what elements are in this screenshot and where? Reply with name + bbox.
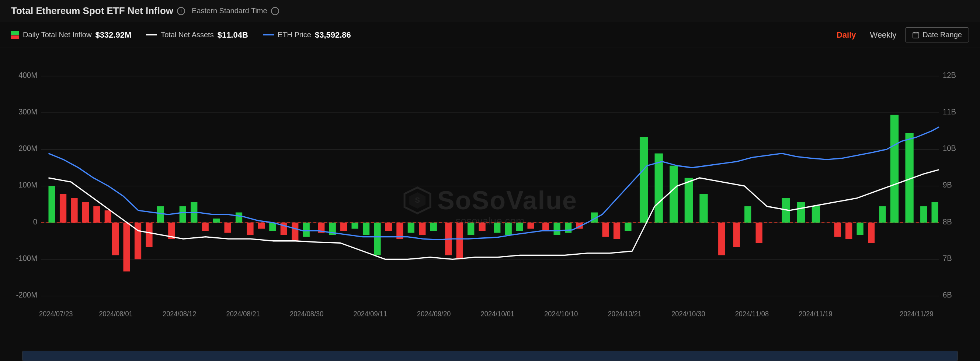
svg-rect-48 bbox=[105, 211, 111, 223]
svg-rect-101 bbox=[745, 206, 751, 223]
svg-rect-102 bbox=[756, 223, 762, 243]
chart-legend: Daily Total Net Inflow $332.92M Total Ne… bbox=[11, 30, 351, 40]
svg-rect-106 bbox=[890, 115, 899, 223]
svg-rect-86 bbox=[542, 223, 549, 231]
svg-rect-111 bbox=[868, 223, 875, 243]
svg-rect-88 bbox=[565, 223, 571, 233]
svg-rect-81 bbox=[479, 223, 485, 231]
svg-text:2024/10/30: 2024/10/30 bbox=[671, 310, 705, 318]
eth-price-label: ETH Price bbox=[278, 30, 311, 39]
svg-rect-91 bbox=[602, 223, 609, 237]
svg-text:2024/10/10: 2024/10/10 bbox=[544, 310, 578, 318]
controls-row: Daily Total Net Inflow $332.92M Total Ne… bbox=[0, 22, 980, 48]
svg-rect-44 bbox=[60, 194, 66, 223]
daily-inflow-label: Daily Total Net Inflow bbox=[23, 30, 91, 39]
svg-text:2024/09/20: 2024/09/20 bbox=[417, 310, 450, 318]
header-bar: Total Ethereum Spot ETF Net Inflow i Eas… bbox=[0, 0, 980, 22]
chart-scrollbar[interactable] bbox=[22, 351, 958, 361]
time-controls: Daily Weekly Date Range bbox=[831, 27, 969, 42]
daily-button[interactable]: Daily bbox=[831, 28, 861, 42]
svg-rect-113 bbox=[920, 206, 927, 223]
svg-rect-45 bbox=[71, 198, 78, 223]
svg-rect-110 bbox=[857, 223, 864, 235]
svg-text:2024/10/01: 2024/10/01 bbox=[481, 310, 514, 318]
svg-rect-112 bbox=[879, 206, 886, 223]
svg-rect-55 bbox=[180, 206, 186, 223]
svg-text:2024/08/01: 2024/08/01 bbox=[99, 310, 132, 318]
svg-rect-63 bbox=[269, 223, 276, 231]
svg-rect-62 bbox=[258, 223, 265, 229]
net-assets-line-icon bbox=[146, 34, 157, 35]
svg-rect-108 bbox=[834, 223, 841, 237]
svg-rect-52 bbox=[146, 223, 152, 247]
svg-rect-47 bbox=[93, 206, 100, 223]
svg-rect-77 bbox=[430, 223, 437, 231]
svg-text:400M: 400M bbox=[18, 70, 37, 79]
svg-rect-46 bbox=[82, 202, 89, 223]
svg-text:2024/09/11: 2024/09/11 bbox=[353, 310, 387, 318]
svg-rect-92 bbox=[614, 223, 620, 239]
calendar-icon bbox=[912, 31, 920, 39]
svg-text:2024/07/23: 2024/07/23 bbox=[39, 310, 73, 318]
eth-price-value: $3,592.86 bbox=[315, 30, 351, 40]
svg-rect-84 bbox=[516, 223, 523, 231]
svg-text:8B: 8B bbox=[943, 217, 952, 226]
svg-text:-100M: -100M bbox=[16, 254, 38, 262]
legend-net-assets: Total Net Assets $11.04B bbox=[146, 30, 248, 40]
svg-text:12B: 12B bbox=[943, 70, 956, 79]
svg-rect-76 bbox=[419, 223, 425, 235]
daily-inflow-value: $332.92M bbox=[95, 30, 131, 40]
chart-area: S SoSoValue sosovalue.com 400M 300M 200M bbox=[0, 48, 980, 361]
svg-rect-59 bbox=[224, 223, 231, 233]
svg-rect-72 bbox=[374, 223, 380, 255]
svg-rect-96 bbox=[670, 166, 678, 223]
svg-text:2024/11/29: 2024/11/29 bbox=[900, 310, 933, 318]
svg-rect-79 bbox=[457, 223, 463, 259]
svg-text:7B: 7B bbox=[943, 254, 952, 262]
svg-rect-49 bbox=[112, 223, 119, 255]
svg-text:100M: 100M bbox=[18, 180, 37, 189]
svg-rect-60 bbox=[235, 212, 242, 223]
svg-rect-94 bbox=[640, 137, 648, 223]
svg-text:2024/11/19: 2024/11/19 bbox=[799, 310, 832, 318]
svg-text:6B: 6B bbox=[943, 290, 952, 299]
svg-rect-100 bbox=[733, 223, 740, 247]
svg-rect-43 bbox=[48, 186, 55, 223]
svg-rect-83 bbox=[505, 223, 512, 235]
chart-container: S SoSoValue sosovalue.com 400M 300M 200M bbox=[11, 52, 969, 361]
date-range-label: Date Range bbox=[923, 30, 962, 39]
title-info-icon[interactable]: i bbox=[177, 7, 185, 15]
svg-rect-93 bbox=[625, 223, 631, 231]
net-assets-label: Total Net Assets bbox=[161, 30, 213, 39]
svg-text:10B: 10B bbox=[943, 144, 956, 152]
svg-rect-97 bbox=[685, 178, 693, 223]
svg-text:0: 0 bbox=[33, 217, 37, 226]
svg-rect-85 bbox=[527, 223, 534, 229]
svg-text:2024/10/21: 2024/10/21 bbox=[608, 310, 641, 318]
svg-rect-71 bbox=[363, 223, 369, 235]
date-range-button[interactable]: Date Range bbox=[905, 27, 969, 42]
svg-rect-0 bbox=[913, 32, 919, 38]
weekly-button[interactable]: Weekly bbox=[865, 28, 902, 42]
svg-rect-61 bbox=[247, 223, 253, 235]
svg-rect-65 bbox=[292, 223, 298, 241]
svg-rect-109 bbox=[845, 223, 852, 239]
svg-text:200M: 200M bbox=[18, 144, 37, 152]
legend-daily-inflow: Daily Total Net Inflow $332.92M bbox=[11, 30, 131, 40]
svg-rect-50 bbox=[123, 223, 130, 271]
svg-rect-80 bbox=[468, 223, 474, 235]
svg-rect-66 bbox=[303, 223, 310, 237]
main-chart-svg: 400M 300M 200M 100M 0 -100M -200M 12B 11… bbox=[11, 52, 969, 361]
svg-text:11B: 11B bbox=[943, 107, 956, 116]
timezone-label: Eastern Standard Time bbox=[192, 6, 267, 15]
svg-rect-73 bbox=[385, 223, 392, 231]
svg-text:2024/08/30: 2024/08/30 bbox=[290, 310, 323, 318]
svg-rect-75 bbox=[408, 223, 414, 233]
svg-rect-58 bbox=[213, 219, 220, 223]
svg-text:2024/08/21: 2024/08/21 bbox=[226, 310, 260, 318]
svg-rect-104 bbox=[797, 202, 805, 223]
svg-rect-70 bbox=[352, 223, 358, 229]
svg-rect-82 bbox=[494, 223, 500, 233]
svg-rect-99 bbox=[718, 223, 725, 255]
timezone-info-icon[interactable]: i bbox=[271, 7, 279, 15]
